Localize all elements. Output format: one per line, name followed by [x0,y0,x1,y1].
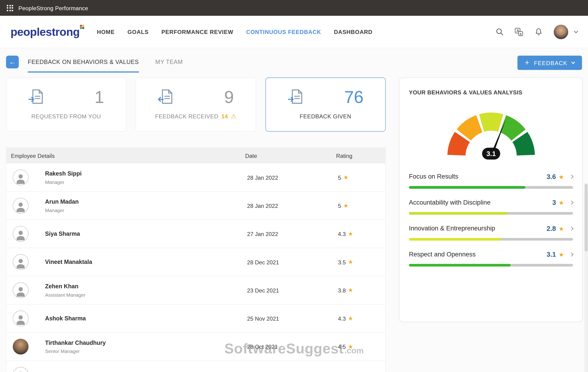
metric-focus-on-results[interactable]: Focus on Results 3.6 ★ [409,173,573,188]
metric-label: Respect and Openness [409,251,476,258]
metric-label: Innovation & Entrepreneurship [409,225,495,232]
metric-accountability-with-discipline[interactable]: Accountability with Discipline 3 ★ [409,199,573,215]
metric-progress-track [409,186,573,188]
score-gauge: 3.1 [443,109,538,163]
metric-progress-track [409,238,573,241]
feedback-rating: 5★ [338,202,385,209]
employee-title: Manager [45,208,247,213]
translate-icon[interactable]: A a [514,27,524,36]
col-date: Date [245,153,336,159]
avatar [13,367,29,372]
metric-progress-fill [409,238,501,241]
feedback-doc-icon [27,88,46,107]
nav-goals[interactable]: GOALS [127,29,149,35]
stat-value: 76 [344,87,363,107]
nav-dashboard[interactable]: DASHBOARD [334,29,372,35]
tab-my-team[interactable]: MY TEAM [155,55,183,73]
table-row[interactable]: Rakesh SippiManager 28 Jan 2022 5★ [6,164,385,192]
brand-logo-dots-icon [80,25,84,29]
user-avatar[interactable] [553,24,568,39]
scrollbar[interactable] [584,183,588,372]
avatar [13,198,29,213]
add-feedback-label: FEEDBACK [534,60,567,66]
table-row[interactable]: Vineet Manaktala 28 Dec 2021 3.5★ [6,248,385,276]
stat-card-feedback-given[interactable]: 76 FEEDBACK GIVEN [265,77,386,131]
metric-value: 3.1 [547,251,556,259]
chevron-down-icon [574,29,578,33]
notifications-bell-icon[interactable] [534,27,543,36]
table-row[interactable]: Arun MadanManager 28 Jan 2022 5★ [6,192,385,220]
employee-name: Siya Sharma [45,230,247,237]
feedback-rating: 4.3★ [338,230,385,237]
table-row[interactable]: Zehen KhanAssistant Manager 23 Dec 2021 … [6,276,385,304]
stat-label: FEEDBACK GIVEN [266,113,385,120]
main-nav: HOME GOALS PERFORMANCE REVIEW CONTINUOUS… [97,29,372,35]
col-rating: Rating [336,153,385,159]
warning-icon: ⚠ [231,113,237,119]
employee-name: Tirthankar Chaudhury [45,339,247,346]
chevron-right-icon[interactable] [569,201,574,205]
stat-label: FEEDBACK RECEIVED 14 ⚠ [136,113,256,120]
stat-value: 1 [94,87,104,107]
feedback-rating: 4.5★ [338,343,385,350]
stat-cards: 1 REQUESTED FROM YOU [6,77,386,131]
feedback-table: Employee Details Date Rating Rakesh Sipp… [6,147,386,372]
feedback-doc-icon [287,88,306,107]
nav-home[interactable]: HOME [97,29,115,35]
stat-card-feedback-received[interactable]: 9 FEEDBACK RECEIVED 14 ⚠ [136,77,256,131]
chevron-right-icon[interactable] [569,227,574,231]
star-icon: ★ [558,251,564,258]
brand-logo-text: peoplestrong [10,25,80,38]
back-button[interactable]: ← [6,55,19,68]
app-grid-icon[interactable] [7,5,13,11]
metric-progress-fill [409,264,511,266]
stat-card-requested-from-you[interactable]: 1 REQUESTED FROM YOU [6,77,126,131]
feedback-date: 28 Oct 2021 [247,343,338,350]
table-row[interactable]: deepak bhatt ★ [6,361,385,372]
star-icon: ★ [343,202,348,209]
add-feedback-button[interactable]: + FEEDBACK [517,55,582,70]
metric-label: Focus on Results [409,173,458,180]
metric-progress-track [409,264,573,266]
chevron-right-icon[interactable] [569,175,574,179]
tab-feedback-behaviors-values[interactable]: FEEDBACK ON BEHAVIORS & VALUES [28,55,139,73]
employee-title: Assistant Manager [45,292,247,298]
feedback-date: 27 Jan 2022 [247,231,338,237]
star-icon: ★ [348,287,353,294]
table-row[interactable]: Ashok Sharma 25 Nov 2021 4.3★ [6,305,385,333]
search-icon[interactable] [495,27,504,36]
avatar [13,282,29,298]
employee-name: Ashok Sharma [45,315,247,322]
table-row[interactable]: Siya Sharma 27 Jan 2022 4.3★ [6,220,385,248]
table-row[interactable]: Tirthankar ChaudhurySenior Manager 28 Oc… [6,333,385,361]
page-toolbar: ← FEEDBACK ON BEHAVIORS & VALUES MY TEAM… [0,48,588,75]
metric-respect-and-openness[interactable]: Respect and Openness 3.1 ★ [409,251,573,266]
metric-progress-fill [409,212,507,214]
brand-logo[interactable]: peoplestrong [10,25,80,38]
behaviors-values-analysis-panel: YOUR BEHAVIORS & VALUES ANALYSIS 3.1 Foc… [399,77,582,322]
star-icon: ★ [558,225,564,232]
app-title: PeopleStrong Performance [18,5,88,11]
pending-count-badge: 14 [221,113,228,120]
feedback-date: 28 Jan 2022 [247,203,338,209]
stat-label: REQUESTED FROM YOU [6,113,126,120]
metric-value: 3.6 [547,173,556,181]
nav-continuous-feedback[interactable]: CONTINUOUS FEEDBACK [246,29,321,35]
col-employee-details: Employee Details [11,153,245,159]
metric-innovation-entrepreneurship[interactable]: Innovation & Entrepreneurship 2.8 ★ [409,225,573,241]
feedback-rating: 4.3★ [338,315,385,322]
star-icon: ★ [558,199,564,206]
feedback-rating: 5★ [338,174,385,181]
chevron-right-icon[interactable] [569,252,574,257]
employee-title: Manager [45,179,247,185]
nav-performance-review[interactable]: PERFORMANCE REVIEW [161,29,233,35]
scrollbar-thumb[interactable] [585,184,588,252]
feedback-doc-icon [157,88,176,107]
employee-name: Arun Madan [45,198,247,205]
table-header: Employee Details Date Rating [6,148,385,164]
employee-name: Vineet Manaktala [45,259,247,265]
user-menu[interactable] [553,24,577,39]
employee-title: Senior Manager [45,348,247,354]
avatar-photo [13,339,29,355]
avatar [13,254,29,270]
